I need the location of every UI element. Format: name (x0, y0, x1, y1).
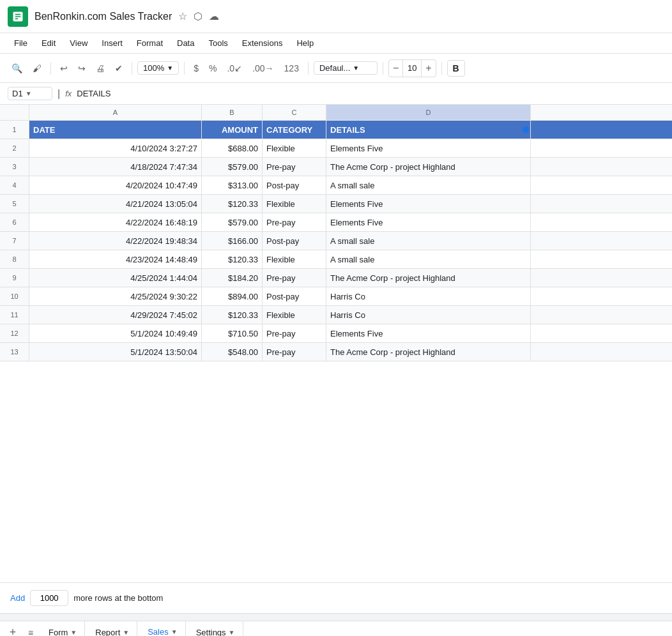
cell-date-9[interactable]: 4/25/2024 1:44:04 (29, 269, 202, 287)
cell-b1[interactable]: AMOUNT (202, 121, 263, 139)
formula-bar: D1 ▼ | fx DETAILS (0, 83, 672, 105)
cell-category-3[interactable]: Pre-pay (263, 158, 326, 176)
tab-report[interactable]: Report ▼ (88, 621, 137, 636)
scrollbar-area[interactable] (0, 613, 672, 621)
cell-category-2[interactable]: Flexible (263, 139, 326, 157)
menu-tools[interactable]: Tools (202, 36, 234, 50)
cell-date-13[interactable]: 5/1/2024 13:50:04 (29, 343, 202, 361)
zoom-control[interactable]: 100% ▼ (137, 61, 179, 75)
menu-insert[interactable]: Insert (95, 36, 129, 50)
cell-amount-13[interactable]: $548.00 (202, 343, 263, 361)
cell-category-7[interactable]: Post-pay (263, 232, 326, 250)
formula-content[interactable]: DETAILS (77, 89, 664, 98)
cell-amount-9[interactable]: $184.20 (202, 269, 263, 287)
star-icon[interactable]: ☆ (178, 10, 187, 22)
redo-button[interactable]: ↪ (74, 61, 89, 76)
cell-details-3[interactable]: The Acme Corp - project Highland (326, 158, 531, 176)
cell-details-10[interactable]: Harris Co (326, 287, 531, 305)
percent-button[interactable]: % (205, 61, 220, 76)
cell-details-5[interactable]: Elements Five (326, 195, 531, 213)
font-family-selector[interactable]: Defaul... ▼ (314, 61, 378, 75)
font-size-increase-button[interactable]: + (422, 60, 435, 77)
drive-icon[interactable]: ⬡ (194, 10, 202, 22)
col-header-c[interactable]: C (263, 105, 326, 120)
cell-details-7[interactable]: A small sale (326, 232, 531, 250)
bold-button[interactable]: B (447, 60, 465, 77)
cell-category-13[interactable]: Pre-pay (263, 343, 326, 361)
font-size-decrease-button[interactable]: − (389, 60, 402, 77)
cell-category-8[interactable]: Flexible (263, 250, 326, 268)
add-sheet-button[interactable]: + (5, 625, 20, 637)
tab-report-arrow: ▼ (123, 629, 129, 636)
cell-date-3[interactable]: 4/18/2024 7:47:34 (29, 158, 202, 176)
cell-a1[interactable]: DATE (29, 121, 202, 139)
cell-amount-3[interactable]: $579.00 (202, 158, 263, 176)
cell-category-4[interactable]: Post-pay (263, 176, 326, 194)
cell-amount-5[interactable]: $120.33 (202, 195, 263, 213)
add-rows-link[interactable]: Add (10, 593, 25, 603)
cell-details-4[interactable]: A small sale (326, 176, 531, 194)
cell-category-10[interactable]: Post-pay (263, 287, 326, 305)
cell-c1[interactable]: CATEGORY (263, 121, 326, 139)
cell-date-10[interactable]: 4/25/2024 9:30:22 (29, 287, 202, 305)
menu-extensions[interactable]: Extensions (236, 36, 289, 50)
cell-d1[interactable]: DETAILS (326, 121, 531, 139)
currency-button[interactable]: $ (190, 61, 202, 76)
add-rows-input[interactable] (30, 590, 68, 606)
tab-settings[interactable]: Settings ▼ (188, 621, 243, 636)
cell-amount-10[interactable]: $894.00 (202, 287, 263, 305)
menu-edit[interactable]: Edit (35, 36, 62, 50)
cell-amount-6[interactable]: $579.00 (202, 213, 263, 231)
cell-reference[interactable]: D1 ▼ (8, 87, 52, 100)
cell-amount-2[interactable]: $688.00 (202, 139, 263, 157)
zoom-value: 100% (143, 63, 164, 73)
cell-amount-7[interactable]: $166.00 (202, 232, 263, 250)
menu-file[interactable]: File (8, 36, 34, 50)
search-button[interactable]: 🔍 (8, 61, 26, 76)
decimal-decrease-button[interactable]: .00→ (248, 61, 277, 76)
font-family-value: Defaul... (319, 63, 350, 73)
menu-view[interactable]: View (63, 36, 94, 50)
cell-details-11[interactable]: Harris Co (326, 306, 531, 324)
cell-date-12[interactable]: 5/1/2024 10:49:49 (29, 324, 202, 342)
decimal-increase-button[interactable]: .0↙ (223, 61, 246, 76)
cell-amount-8[interactable]: $120.33 (202, 250, 263, 268)
cell-category-12[interactable]: Pre-pay (263, 324, 326, 342)
cell-category-6[interactable]: Pre-pay (263, 213, 326, 231)
spell-check-button[interactable]: ✔ (111, 61, 126, 76)
cell-details-8[interactable]: A small sale (326, 250, 531, 268)
undo-button[interactable]: ↩ (56, 61, 72, 76)
cell-details-13[interactable]: The Acme Corp - project Highland (326, 343, 531, 361)
print-button[interactable]: 🖨 (92, 61, 109, 76)
cell-amount-4[interactable]: $313.00 (202, 176, 263, 194)
cell-date-5[interactable]: 4/21/2024 13:05:04 (29, 195, 202, 213)
cell-details-12[interactable]: Elements Five (326, 324, 531, 342)
cell-category-9[interactable]: Pre-pay (263, 269, 326, 287)
cloud-icon[interactable]: ☁ (209, 10, 219, 22)
cell-amount-12[interactable]: $710.50 (202, 324, 263, 342)
tab-sales[interactable]: Sales ▼ (140, 621, 185, 636)
menu-help[interactable]: Help (290, 36, 320, 50)
cell-amount-11[interactable]: $120.33 (202, 306, 263, 324)
cell-date-4[interactable]: 4/20/2024 10:47:49 (29, 176, 202, 194)
menu-format[interactable]: Format (130, 36, 169, 50)
cell-date-11[interactable]: 4/29/2024 7:45:02 (29, 306, 202, 324)
cell-date-8[interactable]: 4/23/2024 14:48:49 (29, 250, 202, 268)
cell-date-6[interactable]: 4/22/2024 16:48:19 (29, 213, 202, 231)
cell-details-9[interactable]: The Acme Corp - project Highland (326, 269, 531, 287)
tab-form[interactable]: Form ▼ (41, 621, 85, 636)
paint-format-button[interactable]: 🖌 (29, 61, 45, 76)
col-header-a[interactable]: A (29, 105, 202, 120)
number-format-button[interactable]: 123 (280, 61, 303, 76)
sheets-menu-button[interactable]: ≡ (23, 625, 38, 637)
col-header-d[interactable]: D (326, 105, 531, 120)
cell-category-11[interactable]: Flexible (263, 306, 326, 324)
menu-data[interactable]: Data (171, 36, 201, 50)
table-row: 2 4/10/2024 3:27:27 $688.00 Flexible Ele… (0, 139, 672, 158)
cell-date-2[interactable]: 4/10/2024 3:27:27 (29, 139, 202, 157)
col-header-b[interactable]: B (202, 105, 263, 120)
cell-details-2[interactable]: Elements Five (326, 139, 531, 157)
cell-date-7[interactable]: 4/22/2024 19:48:34 (29, 232, 202, 250)
cell-details-6[interactable]: Elements Five (326, 213, 531, 231)
cell-category-5[interactable]: Flexible (263, 195, 326, 213)
